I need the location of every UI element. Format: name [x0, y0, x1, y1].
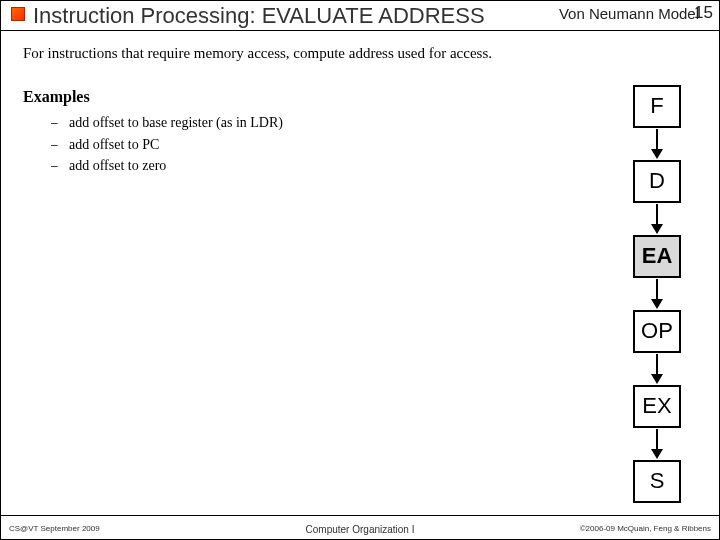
dash-icon: – — [51, 157, 69, 176]
title-bullet-icon — [11, 7, 25, 21]
example-item: – add offset to base register (as in LDR… — [51, 112, 583, 134]
header-right-label: Von Neumann Model — [559, 5, 699, 22]
footer-center: Computer Organization I — [306, 524, 415, 535]
pipeline-diagram: F D EA OP EX S — [631, 85, 683, 503]
dash-icon: – — [51, 114, 69, 133]
slide-number: 15 — [694, 3, 713, 23]
example-text: add offset to zero — [69, 155, 166, 177]
examples-heading: Examples — [23, 88, 583, 106]
intro-text: For instructions that require memory acc… — [23, 45, 583, 62]
footer-left: CS@VT September 2009 — [9, 524, 100, 533]
dash-icon: – — [51, 136, 69, 155]
example-item: – add offset to zero — [51, 155, 583, 177]
arrow-down-icon — [651, 204, 663, 234]
footer-bar: CS@VT September 2009 Computer Organizati… — [1, 515, 719, 539]
content-body: For instructions that require memory acc… — [23, 45, 583, 177]
slide: Instruction Processing: EVALUATE ADDRESS… — [0, 0, 720, 540]
pipeline-stage-ea: EA — [633, 235, 681, 278]
footer-right: ©2006-09 McQuain, Feng & Ribbens — [580, 524, 711, 533]
arrow-down-icon — [651, 354, 663, 384]
example-text: add offset to base register (as in LDR) — [69, 112, 283, 134]
pipeline-stage-s: S — [633, 460, 681, 503]
header-bar: Instruction Processing: EVALUATE ADDRESS… — [1, 1, 719, 31]
arrow-down-icon — [651, 279, 663, 309]
slide-title: Instruction Processing: EVALUATE ADDRESS — [33, 3, 485, 29]
arrow-down-icon — [651, 129, 663, 159]
pipeline-stage-ex: EX — [633, 385, 681, 428]
pipeline-stage-d: D — [633, 160, 681, 203]
example-text: add offset to PC — [69, 134, 159, 156]
example-item: – add offset to PC — [51, 134, 583, 156]
arrow-down-icon — [651, 429, 663, 459]
pipeline-stage-f: F — [633, 85, 681, 128]
pipeline-stage-op: OP — [633, 310, 681, 353]
